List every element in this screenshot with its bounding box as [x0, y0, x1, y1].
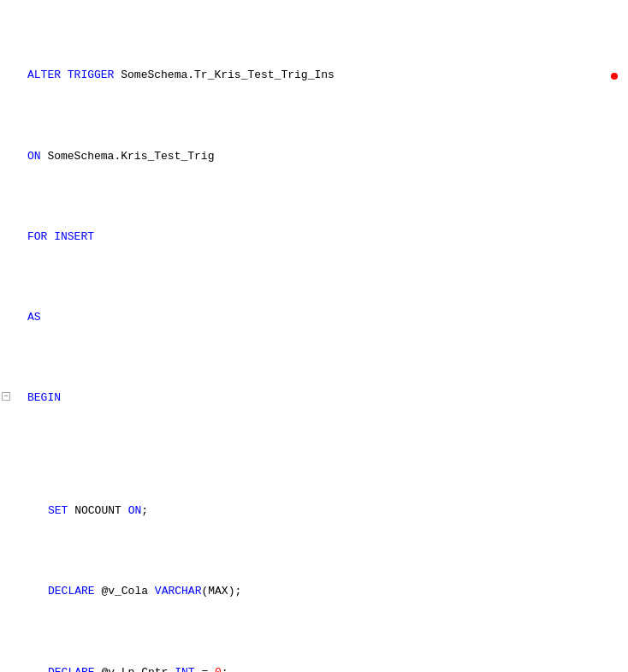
code-line-4: AS — [14, 310, 621, 326]
code-line-1: ALTER TRIGGER SomeSchema.Tr_Kris_Test_Tr… — [14, 68, 621, 84]
line-content-1: ALTER TRIGGER SomeSchema.Tr_Kris_Test_Tr… — [27, 68, 621, 84]
code-line-5: − BEGIN — [14, 390, 621, 439]
line-content-5: BEGIN — [27, 390, 621, 407]
red-dot-indicator — [611, 73, 618, 80]
line-content-8: DECLARE @v_Lp_Cntr INT = 0; — [27, 665, 621, 672]
code-line-2: ON SomeSchema.Kris_Test_Trig — [14, 149, 621, 165]
fold-icon-5[interactable]: − — [2, 392, 10, 401]
gutter-5: − — [14, 390, 27, 439]
code-line-7: DECLARE @v_Cola VARCHAR(MAX); — [14, 584, 621, 600]
line-content-3: FOR INSERT — [27, 229, 621, 246]
line-content-2: ON SomeSchema.Kris_Test_Trig — [27, 149, 621, 165]
line-content-6: SET NOCOUNT ON; — [27, 503, 621, 520]
code-line-8: DECLARE @v_Lp_Cntr INT = 0; — [14, 665, 621, 672]
line-content-7: DECLARE @v_Cola VARCHAR(MAX); — [27, 584, 621, 600]
code-line-6: SET NOCOUNT ON; — [14, 503, 621, 520]
code-line-3: FOR INSERT — [14, 229, 621, 246]
line-content-4: AS — [27, 310, 621, 326]
code-editor: ALTER TRIGGER SomeSchema.Tr_Kris_Test_Tr… — [0, 0, 628, 672]
